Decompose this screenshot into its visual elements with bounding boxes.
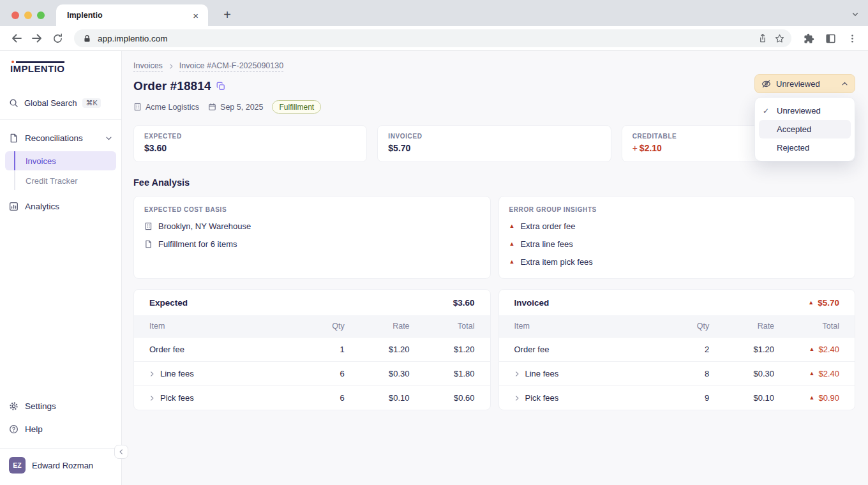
fee-item-name: Line fees — [525, 369, 559, 378]
column-header: Item — [514, 322, 661, 331]
table-row-expandable[interactable]: Pick fees 9 $0.10 ▲$0.90 — [499, 385, 855, 410]
breadcrumb-current[interactable]: Invoice #ACM-F-2025090130 — [179, 61, 283, 71]
chevron-up-icon — [841, 80, 848, 87]
fee-rate: $0.10 — [345, 393, 410, 403]
menu-item-accepted[interactable]: Accepted — [759, 120, 851, 138]
browser-tab-strip: Implentio × + — [0, 0, 868, 26]
status-selected-label: Unreviewed — [776, 79, 836, 89]
address-bar[interactable]: app.implentio.com — [74, 29, 791, 47]
sidebar-item-reconciliations[interactable]: Reconciliations — [0, 126, 121, 149]
plus-icon: + — [632, 143, 638, 153]
user-menu[interactable]: EZ Edward Rozman — [0, 449, 121, 485]
alert-triangle-icon: ▲ — [509, 223, 515, 229]
search-icon — [9, 98, 19, 108]
sidebar-item-label: Credit Tracker — [26, 176, 78, 186]
order-meta: Acme Logistics Sep 5, 2025 Fulfillment — [133, 100, 855, 114]
table-header-row: Item Qty Rate Total — [134, 315, 490, 337]
browser-tab[interactable]: Implentio × — [56, 4, 208, 26]
fee-total: $1.80 — [410, 369, 475, 378]
sidebar-collapse-button[interactable] — [114, 445, 128, 459]
copy-icon[interactable] — [216, 82, 225, 91]
sidebar-divider — [0, 119, 121, 120]
app-logo: IMPLENTIO — [10, 63, 64, 74]
fee-item-name: Line fees — [160, 369, 194, 378]
extensions-puzzle-icon[interactable] — [799, 29, 818, 47]
tab-close-icon[interactable]: × — [190, 10, 202, 22]
breadcrumb-invoices-link[interactable]: Invoices — [133, 61, 163, 71]
stat-label: EXPECTED — [144, 133, 356, 140]
status-dropdown-menu: ✓ Unreviewed Accepted Rejected — [754, 97, 855, 161]
fee-total: ▲$0.90 — [774, 393, 839, 403]
url-text: app.implentio.com — [98, 34, 751, 43]
expected-cost-basis-card: EXPECTED COST BASIS Brooklyn, NY Warehou… — [133, 196, 491, 279]
fee-total: ▲$2.40 — [774, 369, 839, 378]
stat-value: $5.70 — [388, 143, 600, 153]
sidebar-item-credit-tracker[interactable]: Credit Tracker — [5, 171, 116, 190]
chevron-right-icon[interactable] — [514, 395, 520, 401]
global-search-button[interactable]: Global Search ⌘K — [0, 93, 121, 113]
chevron-right-icon[interactable] — [149, 371, 155, 377]
menu-item-label: Accepted — [777, 124, 811, 134]
lock-icon — [83, 34, 91, 43]
card-label: ERROR GROUP INSIGHTS — [509, 206, 845, 213]
warehouse-name: Brooklyn, NY Warehouse — [158, 221, 251, 231]
column-header: Qty — [661, 322, 709, 331]
insight-item: ▲ Extra line fees — [509, 239, 845, 249]
table-title: Invoiced — [514, 298, 550, 308]
column-header: Item — [149, 322, 296, 331]
help-question-icon — [9, 424, 19, 434]
window-close-button[interactable] — [11, 11, 19, 19]
fulfillment-row: Fulfillment for 6 items — [144, 239, 480, 249]
sidebar-item-settings[interactable]: Settings — [0, 394, 121, 417]
window-minimize-button[interactable] — [24, 11, 32, 19]
sidebar-item-label: Analytics — [25, 202, 59, 211]
sidebar-item-help[interactable]: Help — [0, 417, 121, 440]
fee-qty: 6 — [296, 393, 344, 403]
chevron-right-icon[interactable] — [149, 395, 155, 401]
sidebar: IMPLENTIO Global Search ⌘K Reconciliatio… — [0, 51, 122, 485]
insight-item: ▲ Extra item pick fees — [509, 257, 845, 267]
delta-up-icon: ▲ — [809, 371, 815, 377]
table-row-expandable[interactable]: Pick fees 6 $0.10 $0.60 — [134, 385, 490, 410]
share-icon[interactable] — [758, 33, 768, 43]
review-status-dropdown: Unreviewed ✓ Unreviewed Accepted Rejecte… — [754, 74, 855, 161]
sidebar-item-invoices[interactable]: Invoices — [5, 151, 116, 170]
expected-fee-table: Expected $3.60 Item Qty Rate Total Order… — [133, 289, 491, 410]
stat-card-expected: EXPECTED $3.60 — [133, 125, 367, 162]
forward-button[interactable] — [28, 29, 46, 47]
menu-item-unreviewed[interactable]: ✓ Unreviewed — [759, 101, 851, 120]
table-row-expandable[interactable]: Line fees 6 $0.30 $1.80 — [134, 361, 490, 385]
side-panel-icon[interactable] — [821, 29, 840, 47]
fee-rate: $0.10 — [709, 393, 774, 403]
fee-qty: 6 — [296, 369, 344, 378]
calendar-icon — [208, 103, 216, 111]
window-zoom-button[interactable] — [37, 11, 45, 19]
table-total: $3.60 — [453, 298, 475, 308]
user-name: Edward Rozman — [32, 461, 93, 470]
sidebar-item-label: Settings — [25, 401, 56, 411]
global-search-label: Global Search — [24, 98, 77, 108]
fee-rate: $0.30 — [709, 369, 774, 378]
date-meta: Sep 5, 2025 — [208, 103, 263, 112]
tab-list-chevron-icon[interactable] — [851, 10, 859, 18]
new-tab-button[interactable]: + — [218, 6, 236, 24]
check-icon: ✓ — [763, 107, 774, 116]
company-name: Acme Logistics — [146, 103, 199, 112]
sidebar-item-analytics[interactable]: Analytics — [0, 195, 121, 218]
fee-item-name: Order fee — [514, 345, 550, 354]
reload-button[interactable] — [49, 29, 66, 47]
alert-triangle-icon: ▲ — [509, 241, 515, 247]
fee-total: $0.60 — [410, 393, 475, 403]
window-controls — [11, 11, 45, 19]
status-dropdown-button[interactable]: Unreviewed — [754, 74, 855, 93]
back-button[interactable] — [8, 29, 26, 47]
column-header: Total — [410, 322, 475, 331]
table-row-expandable[interactable]: Line fees 8 $0.30 ▲$2.40 — [499, 361, 855, 385]
table-row: Order fee 1 $1.20 $1.20 — [134, 337, 490, 361]
fee-total: ▲$2.40 — [774, 345, 839, 354]
browser-menu-dots-icon[interactable] — [842, 29, 862, 47]
bookmark-star-icon[interactable] — [774, 33, 785, 44]
menu-item-rejected[interactable]: Rejected — [759, 138, 851, 157]
fee-item-name: Pick fees — [160, 393, 194, 403]
chevron-right-icon[interactable] — [514, 371, 520, 377]
